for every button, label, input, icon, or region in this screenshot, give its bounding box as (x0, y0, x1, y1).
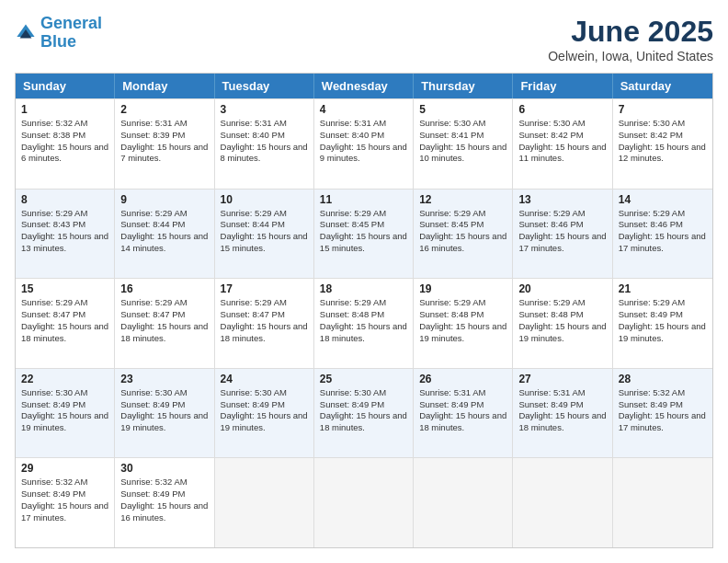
day-info: Sunrise: 5:29 AMSunset: 8:46 PMDaylight:… (518, 208, 606, 255)
day-info: Sunrise: 5:31 AMSunset: 8:40 PMDaylight:… (320, 118, 407, 165)
day-number: 1 (21, 103, 108, 116)
day-info: Sunrise: 5:30 AMSunset: 8:41 PMDaylight:… (419, 118, 506, 165)
calendar-cell: 22Sunrise: 5:30 AMSunset: 8:49 PMDayligh… (16, 369, 115, 458)
calendar-header: SundayMondayTuesdayWednesdayThursdayFrid… (16, 74, 712, 98)
day-info: Sunrise: 5:29 AMSunset: 8:48 PMDaylight:… (518, 297, 606, 344)
calendar-cell: 15Sunrise: 5:29 AMSunset: 8:47 PMDayligh… (16, 279, 115, 368)
day-number: 26 (419, 373, 506, 385)
calendar-cell: 13Sunrise: 5:29 AMSunset: 8:46 PMDayligh… (513, 190, 612, 279)
day-number: 29 (21, 462, 108, 475)
day-info: Sunrise: 5:29 AMSunset: 8:46 PMDaylight:… (619, 208, 707, 255)
day-info: Sunrise: 5:29 AMSunset: 8:47 PMDaylight:… (221, 297, 308, 344)
calendar-cell: 21Sunrise: 5:29 AMSunset: 8:49 PMDayligh… (613, 279, 712, 368)
day-info: Sunrise: 5:30 AMSunset: 8:42 PMDaylight:… (619, 118, 707, 165)
calendar-cell: 16Sunrise: 5:29 AMSunset: 8:47 PMDayligh… (115, 279, 214, 368)
calendar-cell: 24Sunrise: 5:30 AMSunset: 8:49 PMDayligh… (215, 369, 314, 458)
day-info: Sunrise: 5:32 AMSunset: 8:38 PMDaylight:… (21, 118, 108, 165)
calendar-cell: 26Sunrise: 5:31 AMSunset: 8:49 PMDayligh… (414, 369, 513, 458)
calendar-cell: 20Sunrise: 5:29 AMSunset: 8:48 PMDayligh… (513, 279, 612, 368)
subtitle: Oelwein, Iowa, United States (548, 49, 713, 63)
calendar-cell: 30Sunrise: 5:32 AMSunset: 8:49 PMDayligh… (115, 458, 214, 547)
day-number: 6 (518, 103, 606, 116)
day-info: Sunrise: 5:30 AMSunset: 8:49 PMDaylight:… (320, 387, 407, 434)
calendar-header-cell: Saturday (613, 74, 712, 98)
day-number: 28 (619, 373, 707, 385)
day-info: Sunrise: 5:29 AMSunset: 8:48 PMDaylight:… (320, 297, 407, 344)
day-info: Sunrise: 5:29 AMSunset: 8:45 PMDaylight:… (320, 208, 407, 255)
day-info: Sunrise: 5:32 AMSunset: 8:49 PMDaylight:… (619, 387, 707, 434)
calendar-header-cell: Friday (513, 74, 612, 98)
calendar-row: 15Sunrise: 5:29 AMSunset: 8:47 PMDayligh… (16, 278, 712, 368)
calendar-row: 8Sunrise: 5:29 AMSunset: 8:43 PMDaylight… (16, 189, 712, 279)
day-number: 13 (518, 193, 606, 206)
day-info: Sunrise: 5:32 AMSunset: 8:49 PMDaylight:… (120, 477, 208, 523)
day-info: Sunrise: 5:30 AMSunset: 8:49 PMDaylight:… (120, 387, 208, 434)
calendar-cell: 10Sunrise: 5:29 AMSunset: 8:44 PMDayligh… (215, 190, 314, 279)
day-number: 3 (221, 103, 308, 116)
calendar-cell: 29Sunrise: 5:32 AMSunset: 8:49 PMDayligh… (16, 458, 115, 547)
day-number: 20 (518, 282, 606, 295)
day-number: 21 (619, 282, 707, 295)
day-info: Sunrise: 5:31 AMSunset: 8:39 PMDaylight:… (120, 118, 208, 165)
calendar-cell: 6Sunrise: 5:30 AMSunset: 8:42 PMDaylight… (513, 99, 612, 189)
calendar-cell: 5Sunrise: 5:30 AMSunset: 8:41 PMDaylight… (414, 99, 513, 189)
day-info: Sunrise: 5:30 AMSunset: 8:42 PMDaylight:… (518, 118, 606, 165)
day-info: Sunrise: 5:29 AMSunset: 8:45 PMDaylight:… (419, 208, 506, 255)
logo: General Blue (15, 15, 102, 52)
calendar-cell: 12Sunrise: 5:29 AMSunset: 8:45 PMDayligh… (414, 190, 513, 279)
calendar-cell: 4Sunrise: 5:31 AMSunset: 8:40 PMDaylight… (314, 99, 414, 189)
calendar-header-cell: Sunday (16, 74, 115, 98)
calendar-cell: 25Sunrise: 5:30 AMSunset: 8:49 PMDayligh… (314, 369, 414, 458)
calendar-cell (613, 458, 712, 547)
calendar-cell: 23Sunrise: 5:30 AMSunset: 8:49 PMDayligh… (115, 369, 214, 458)
day-number: 22 (21, 373, 108, 385)
day-number: 23 (120, 373, 208, 385)
day-info: Sunrise: 5:29 AMSunset: 8:43 PMDaylight:… (21, 208, 108, 255)
day-number: 8 (21, 193, 108, 206)
calendar-cell: 2Sunrise: 5:31 AMSunset: 8:39 PMDaylight… (115, 99, 214, 189)
day-number: 5 (419, 103, 506, 116)
day-info: Sunrise: 5:31 AMSunset: 8:40 PMDaylight:… (221, 118, 308, 165)
day-info: Sunrise: 5:29 AMSunset: 8:47 PMDaylight:… (120, 297, 208, 344)
calendar-body: 1Sunrise: 5:32 AMSunset: 8:38 PMDaylight… (16, 98, 712, 547)
day-number: 17 (221, 282, 308, 295)
calendar-cell: 28Sunrise: 5:32 AMSunset: 8:49 PMDayligh… (613, 369, 712, 458)
day-number: 9 (120, 193, 208, 206)
day-number: 27 (518, 373, 606, 385)
calendar: SundayMondayTuesdayWednesdayThursdayFrid… (15, 73, 713, 548)
day-number: 7 (619, 103, 707, 116)
day-info: Sunrise: 5:29 AMSunset: 8:48 PMDaylight:… (419, 297, 506, 344)
day-number: 19 (419, 282, 506, 295)
calendar-cell: 3Sunrise: 5:31 AMSunset: 8:40 PMDaylight… (215, 99, 314, 189)
calendar-cell: 8Sunrise: 5:29 AMSunset: 8:43 PMDaylight… (16, 190, 115, 279)
calendar-cell (414, 458, 513, 547)
calendar-cell: 27Sunrise: 5:31 AMSunset: 8:49 PMDayligh… (513, 369, 612, 458)
main-title: June 2025 (548, 15, 713, 49)
calendar-header-cell: Thursday (414, 74, 513, 98)
header: General Blue June 2025 Oelwein, Iowa, Un… (15, 15, 713, 63)
day-number: 15 (21, 282, 108, 295)
day-info: Sunrise: 5:30 AMSunset: 8:49 PMDaylight:… (221, 387, 308, 434)
calendar-row: 29Sunrise: 5:32 AMSunset: 8:49 PMDayligh… (16, 457, 712, 547)
day-info: Sunrise: 5:30 AMSunset: 8:49 PMDaylight:… (21, 387, 108, 434)
day-info: Sunrise: 5:29 AMSunset: 8:47 PMDaylight:… (21, 297, 108, 344)
calendar-header-cell: Tuesday (215, 74, 314, 98)
calendar-cell (513, 458, 612, 547)
day-number: 11 (320, 193, 407, 206)
day-number: 2 (120, 103, 208, 116)
calendar-cell: 18Sunrise: 5:29 AMSunset: 8:48 PMDayligh… (314, 279, 414, 368)
calendar-cell: 11Sunrise: 5:29 AMSunset: 8:45 PMDayligh… (314, 190, 414, 279)
day-number: 4 (320, 103, 407, 116)
day-info: Sunrise: 5:29 AMSunset: 8:44 PMDaylight:… (120, 208, 208, 255)
day-number: 18 (320, 282, 407, 295)
calendar-row: 1Sunrise: 5:32 AMSunset: 8:38 PMDaylight… (16, 98, 712, 189)
day-info: Sunrise: 5:29 AMSunset: 8:44 PMDaylight:… (221, 208, 308, 255)
calendar-cell: 19Sunrise: 5:29 AMSunset: 8:48 PMDayligh… (414, 279, 513, 368)
day-number: 16 (120, 282, 208, 295)
page: General Blue June 2025 Oelwein, Iowa, Un… (0, 0, 728, 563)
calendar-header-cell: Wednesday (314, 74, 414, 98)
day-info: Sunrise: 5:32 AMSunset: 8:49 PMDaylight:… (21, 477, 108, 523)
calendar-cell: 17Sunrise: 5:29 AMSunset: 8:47 PMDayligh… (215, 279, 314, 368)
day-number: 12 (419, 193, 506, 206)
calendar-cell: 9Sunrise: 5:29 AMSunset: 8:44 PMDaylight… (115, 190, 214, 279)
